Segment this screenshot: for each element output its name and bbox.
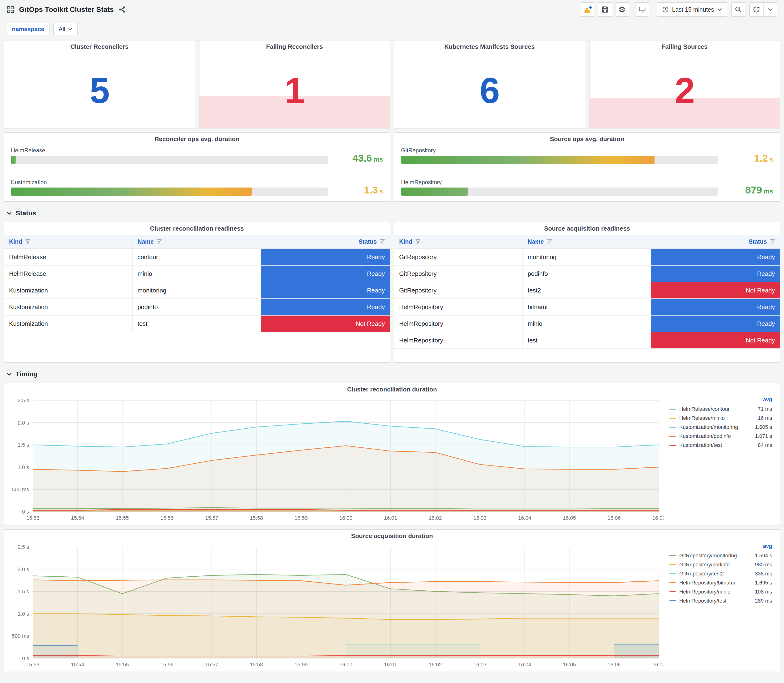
gauge-label: Kustomization (11, 179, 328, 186)
table-row: HelmRelease contour Ready (4, 249, 390, 266)
section-header-status[interactable]: Status (6, 208, 778, 218)
save-dashboard-button[interactable] (598, 2, 612, 17)
panel-title[interactable]: Source ops avg. duration (394, 133, 780, 145)
cell-kind: GitRepository (394, 266, 523, 282)
series-avg-value: 338 ms (755, 571, 772, 577)
filter-funnel-icon[interactable] (770, 239, 775, 244)
svg-text:500 ms: 500 ms (12, 633, 29, 639)
chevron-down-icon (6, 372, 12, 376)
gauge-track (11, 188, 328, 196)
svg-text:15:53: 15:53 (26, 662, 39, 667)
save-icon (601, 6, 609, 13)
panel-title[interactable]: Cluster reconciliation duration (4, 383, 780, 396)
time-range-label: Last 15 minutes (672, 6, 714, 13)
panel-title[interactable]: Kubernetes Manifests Sources (394, 40, 585, 53)
svg-text:16:00: 16:00 (339, 515, 352, 521)
cell-status: Not Ready (261, 316, 390, 332)
refresh-interval-dropdown[interactable] (763, 2, 778, 17)
tv-monitor-icon (638, 6, 646, 13)
chart-legend: avgHelmRelease/contour71 msHelmRelease/m… (664, 396, 777, 523)
svg-text:16:00: 16:00 (339, 662, 352, 667)
filter-funnel-icon[interactable] (547, 239, 552, 244)
legend-avg-header: avg (669, 543, 772, 551)
chevron-down-icon (6, 212, 12, 215)
dashboard: GitOps Toolkit Cluster Stats ⚙ (0, 0, 784, 676)
column-header-name[interactable]: Name (133, 235, 261, 249)
series-name: Kustomization/podinfo (679, 433, 731, 439)
svg-text:16:04: 16:04 (518, 515, 531, 521)
column-header-kind[interactable]: Kind (4, 235, 133, 249)
legend-item[interactable]: Kustomization/podinfo1.071 s (669, 432, 772, 441)
clock-icon (662, 6, 669, 13)
legend-item[interactable]: HelmRepository/minio108 ms (669, 587, 772, 596)
stat-value: 2 (590, 53, 780, 128)
bar-gauge-row: HelmRelease 43.6ms (11, 147, 383, 164)
zoom-out-time-button[interactable] (731, 2, 746, 17)
filter-funnel-icon[interactable] (380, 239, 385, 244)
column-header-name[interactable]: Name (523, 235, 651, 249)
chart-legend: avgGitRepository/monitoring1.594 sGitRep… (664, 542, 777, 670)
panel-title[interactable]: Failing Reconcilers (199, 40, 390, 53)
svg-text:16:06: 16:06 (608, 662, 621, 667)
legend-item[interactable]: HelmRepository/bitnami1.695 s (669, 578, 772, 587)
panel-title[interactable]: Source acquisition duration (4, 530, 780, 542)
panel-reconciler-ops-avg-duration: Reconciler ops avg. duration HelmRelease… (4, 132, 390, 202)
legend-avg-header: avg (669, 396, 772, 404)
svg-text:16:04: 16:04 (518, 662, 531, 667)
variable-namespace-value-dropdown[interactable]: All (53, 23, 78, 35)
gauge-track (401, 188, 718, 196)
series-color-swatch (669, 436, 676, 437)
cell-name: monitoring (133, 282, 261, 298)
svg-text:15:56: 15:56 (160, 515, 173, 521)
panel-title[interactable]: Source acquisition readiness (394, 222, 780, 235)
panel-title[interactable]: Reconciler ops avg. duration (4, 133, 390, 145)
legend-item[interactable]: GitRepository/monitoring1.594 s (669, 551, 772, 560)
column-header-status[interactable]: Status (651, 235, 780, 249)
legend-item[interactable]: HelmRelease/contour71 ms (669, 404, 772, 414)
cell-name: minio (523, 316, 651, 332)
table-row: HelmRelease minio Ready (4, 266, 390, 282)
apps-grid-icon[interactable] (6, 6, 14, 13)
cell-status: Ready (651, 299, 780, 315)
svg-text:16:01: 16:01 (384, 515, 397, 521)
filter-funnel-icon[interactable] (415, 239, 420, 244)
legend-item[interactable]: HelmRepository/test289 ms (669, 596, 772, 605)
section-header-timing[interactable]: Timing (6, 369, 778, 379)
panel-title[interactable]: Cluster reconciliation readiness (4, 222, 390, 235)
filter-funnel-icon[interactable] (25, 239, 30, 244)
svg-text:15:56: 15:56 (160, 662, 173, 667)
svg-text:1.5 s: 1.5 s (18, 588, 29, 595)
legend-item[interactable]: HelmRelease/minio16 ms (669, 414, 772, 423)
column-header-kind[interactable]: Kind (394, 235, 523, 249)
table-row: GitRepository test2 Not Ready (394, 282, 780, 299)
gauge-value: 1.3s (335, 185, 383, 196)
gauge-track (11, 156, 328, 164)
series-color-swatch (669, 555, 676, 556)
panel-title[interactable]: Failing Sources (590, 40, 780, 53)
time-series-plot[interactable]: 15:5315:5415:5515:5615:5715:5815:5916:00… (7, 396, 664, 523)
tables-row: Cluster reconciliation readiness Kind Na… (4, 222, 780, 363)
dashboard-settings-button[interactable]: ⚙ (615, 2, 629, 17)
legend-item[interactable]: Kustomization/test84 ms (669, 441, 772, 450)
gauge-row: Reconciler ops avg. duration HelmRelease… (4, 132, 780, 202)
legend-item[interactable]: GitRepository/test2338 ms (669, 569, 772, 578)
filter-funnel-icon[interactable] (157, 239, 162, 244)
panel-failing-sources: Failing Sources 2 (589, 40, 781, 128)
refresh-button[interactable] (749, 2, 763, 17)
variable-namespace-label: namespace (6, 23, 50, 35)
svg-text:15:53: 15:53 (26, 515, 39, 521)
stat-value: 5 (4, 53, 195, 128)
panel-title[interactable]: Cluster Reconcilers (4, 40, 195, 53)
add-panel-button[interactable] (581, 2, 595, 17)
time-series-plot[interactable]: 15:5315:5415:5515:5615:5715:5815:5916:00… (7, 542, 664, 670)
share-icon[interactable] (119, 6, 126, 13)
series-color-swatch (669, 409, 676, 410)
table-row: HelmRepository bitnami Ready (394, 299, 780, 316)
template-variables-row: namespace All (0, 19, 784, 40)
legend-item[interactable]: Kustomization/monitoring1.605 s (669, 423, 772, 432)
tv-mode-button[interactable] (635, 2, 649, 17)
cell-kind: HelmRepository (394, 316, 523, 332)
legend-item[interactable]: GitRepository/podinfo980 ms (669, 560, 772, 569)
column-header-status[interactable]: Status (261, 235, 390, 249)
time-range-picker[interactable]: Last 15 minutes (657, 2, 728, 17)
